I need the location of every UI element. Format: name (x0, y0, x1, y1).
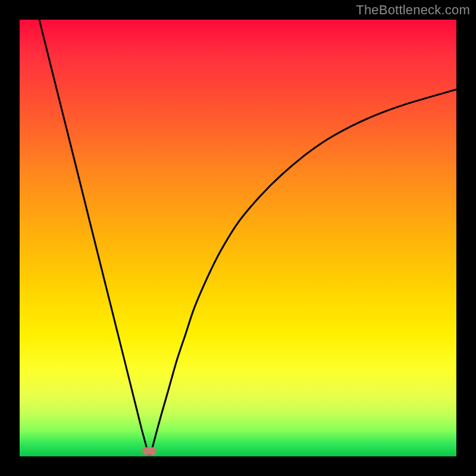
bottleneck-curve (20, 20, 456, 456)
watermark-text: TheBottleneck.com (356, 2, 470, 18)
chart-frame: TheBottleneck.com (0, 0, 476, 476)
plot-area (20, 20, 456, 456)
min-marker (142, 447, 156, 455)
curve-path (39, 20, 456, 454)
